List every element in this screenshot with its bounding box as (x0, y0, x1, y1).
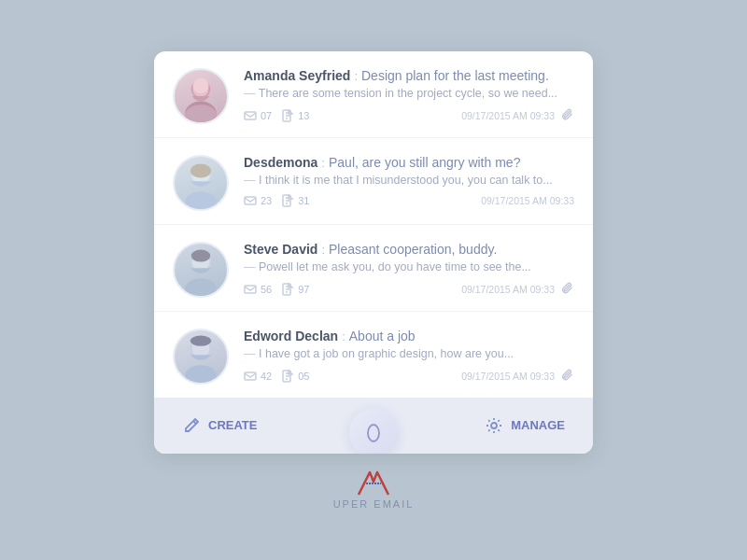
mail-count: 42 (261, 371, 272, 382)
svg-rect-12 (245, 197, 256, 204)
message-date: 09/17/2015 AM 09:33 (461, 371, 555, 382)
svg-point-17 (191, 249, 211, 261)
doc-icon-group: 31 (281, 194, 309, 207)
svg-point-23 (190, 335, 211, 345)
svg-point-14 (185, 278, 217, 298)
mail-icon-group: 07 (244, 109, 272, 122)
message-item[interactable]: Amanda Seyfried : Design plan for the la… (154, 51, 593, 138)
mail-icon-group: 56 (244, 283, 272, 296)
doc-count: 05 (298, 371, 309, 382)
message-date: 09/17/2015 AM 09:33 (461, 284, 555, 295)
doc-count: 97 (298, 284, 309, 295)
avatar (173, 155, 229, 211)
fab-button[interactable] (349, 409, 398, 454)
message-header: Edword Declan : About a job (244, 329, 574, 343)
create-label: CREATE (208, 418, 257, 432)
message-meta: 42 05 09/17/2015 AM 09:33 (244, 368, 574, 385)
avatar (173, 68, 229, 124)
svg-rect-6 (245, 112, 256, 119)
message-item[interactable]: Desdemona : Paul, are you still angry wi… (154, 138, 593, 225)
message-meta: 56 97 09/17/2015 AM 09:33 (244, 281, 574, 298)
mail-icon (244, 109, 257, 122)
attachment-icon (562, 368, 574, 385)
brand-logo (351, 469, 396, 497)
pencil-icon (182, 416, 201, 435)
svg-point-26 (368, 425, 379, 441)
meta-right: 09/17/2015 AM 09:33 (461, 281, 574, 298)
attachment-icon (562, 281, 574, 298)
svg-point-4 (193, 77, 209, 93)
create-button[interactable]: CREATE (182, 416, 257, 435)
message-content: Amanda Seyfried : Design plan for the la… (244, 68, 574, 124)
mail-icon (244, 370, 257, 383)
message-subject: Paul, are you still angry with me? (329, 155, 520, 170)
message-content: Steve David : Pleasant cooperation, budd… (244, 242, 574, 298)
mail-icon-group: 42 (244, 370, 272, 383)
manage-label: MANAGE (511, 418, 565, 432)
sender-name: Amanda Seyfried (244, 68, 350, 83)
sender-name: Edword Declan (244, 329, 338, 343)
mail-count: 56 (261, 284, 272, 295)
message-preview: I think it is me that I misunderstood yo… (244, 174, 574, 187)
avatar (173, 329, 229, 385)
message-header: Amanda Seyfried : Design plan for the la… (244, 68, 574, 83)
doc-count: 31 (298, 195, 309, 206)
meta-icons: 42 05 (244, 370, 310, 383)
mail-count: 07 (261, 110, 272, 121)
doc-icon (281, 370, 294, 383)
mail-count: 23 (261, 195, 272, 206)
doc-icon-group: 13 (281, 109, 309, 122)
message-item[interactable]: Steve David : Pleasant cooperation, budd… (154, 225, 593, 312)
message-date: 09/17/2015 AM 09:33 (481, 195, 574, 206)
svg-rect-24 (245, 372, 256, 380)
doc-icon-group: 05 (281, 370, 309, 383)
svg-point-11 (190, 163, 211, 177)
message-list: Amanda Seyfried : Design plan for the la… (154, 51, 593, 398)
attachment-icon (562, 107, 574, 124)
svg-point-20 (185, 365, 217, 385)
outer-wrapper: Amanda Seyfried : Design plan for the la… (154, 51, 593, 510)
bottom-bar: CREATE MANAGE (154, 398, 593, 454)
email-card: Amanda Seyfried : Design plan for the la… (154, 51, 593, 454)
sender-name: Steve David (244, 242, 317, 257)
svg-rect-18 (245, 286, 256, 293)
message-preview: There are some tension in the project cy… (244, 87, 574, 100)
message-preview: Powell let me ask you, do you have time … (244, 260, 574, 273)
svg-point-8 (185, 191, 217, 211)
sender-name: Desdemona (244, 155, 317, 170)
mail-icon (244, 283, 257, 296)
message-meta: 23 31 09/17/2015 AM 09:33 (244, 194, 574, 207)
doc-icon (281, 194, 294, 207)
message-content: Desdemona : Paul, are you still angry wi… (244, 155, 574, 207)
svg-point-27 (491, 423, 497, 428)
message-header: Desdemona : Paul, are you still angry wi… (244, 155, 574, 170)
mail-icon (244, 194, 257, 207)
meta-right: 09/17/2015 AM 09:33 (461, 107, 574, 124)
message-content: Edword Declan : About a job I have got a… (244, 329, 574, 385)
meta-icons: 56 97 (244, 283, 310, 296)
doc-count: 13 (298, 110, 309, 121)
message-meta: 07 13 09/17/2015 AM 09:33 (244, 107, 574, 124)
meta-right: 09/17/2015 AM 09:33 (461, 368, 574, 385)
message-preview: I have got a job on graphic design, how … (244, 347, 574, 360)
mail-icon-group: 23 (244, 194, 272, 207)
doc-icon (281, 109, 294, 122)
message-subject: Design plan for the last meeting. (361, 68, 549, 83)
message-item[interactable]: Edword Declan : About a job I have got a… (154, 312, 593, 398)
doc-icon-group: 97 (281, 283, 309, 296)
message-subject: About a job (349, 329, 416, 343)
manage-button[interactable]: MANAGE (485, 416, 565, 435)
meta-icons: 07 13 (244, 109, 310, 122)
message-subject: Pleasant cooperation, buddy. (329, 242, 497, 257)
message-header: Steve David : Pleasant cooperation, budd… (244, 242, 574, 257)
doc-icon (281, 283, 294, 296)
avatar (173, 242, 229, 298)
meta-right: 09/17/2015 AM 09:33 (481, 195, 574, 206)
brand: UPER EMAIL (333, 469, 415, 510)
meta-icons: 23 31 (244, 194, 310, 207)
message-date: 09/17/2015 AM 09:33 (461, 110, 555, 121)
gear-icon (485, 416, 503, 435)
brand-text: UPER EMAIL (333, 498, 415, 510)
zero-icon (362, 422, 385, 444)
